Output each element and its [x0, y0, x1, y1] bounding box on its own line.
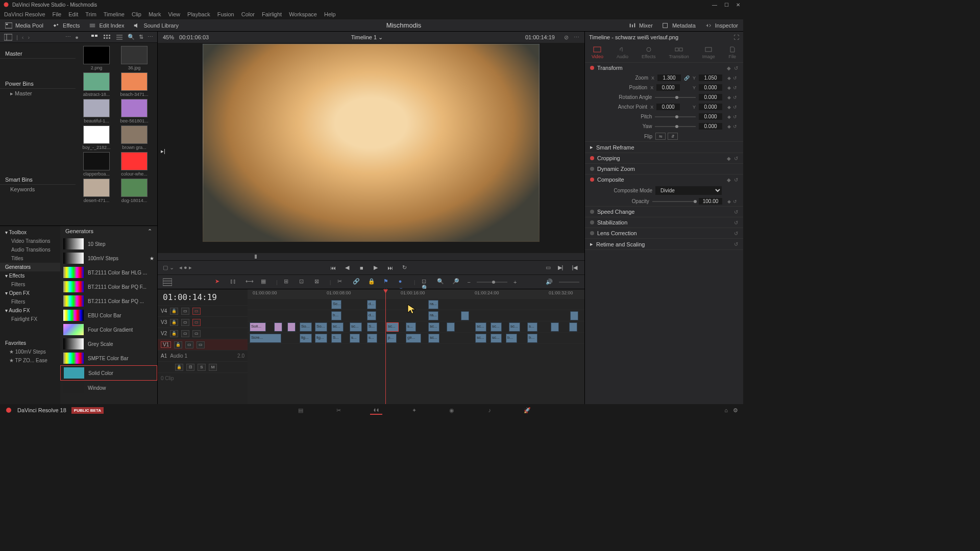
- yaw-slider[interactable]: [655, 126, 696, 127]
- fx-tree-item[interactable]: ▾ Toolbox: [0, 228, 60, 237]
- opacity-input[interactable]: [699, 198, 722, 205]
- options-icon[interactable]: ⋯: [65, 34, 71, 40]
- transform-header[interactable]: Transform ◆↺: [585, 63, 743, 73]
- track-v4[interactable]: V4 🔒 ▭ ▭: [158, 305, 248, 316]
- page-color[interactable]: ◉: [446, 406, 458, 415]
- favorite-item[interactable]: ★ TP ZO... Ease: [0, 356, 60, 365]
- speed-header[interactable]: Speed Change↺: [585, 207, 743, 217]
- stabilization-header[interactable]: Stabilization↺: [585, 217, 743, 228]
- volume-slider[interactable]: [559, 282, 579, 283]
- rotation-slider[interactable]: [655, 97, 696, 98]
- zoom-level[interactable]: 45%: [163, 34, 174, 40]
- thumbnail[interactable]: desert-471...: [79, 179, 114, 203]
- cropping-header[interactable]: Cropping◆↺: [585, 153, 743, 163]
- list-view-icon[interactable]: [115, 34, 124, 41]
- menu-davinci[interactable]: DaVinci Resolve: [4, 11, 45, 17]
- favorite-item[interactable]: ★ 100mV Steps: [0, 347, 60, 356]
- bin-powerbins-master[interactable]: ▸ Master: [0, 89, 76, 98]
- composite-mode-select[interactable]: Divide: [655, 186, 722, 195]
- zoom-in-icon[interactable]: +: [513, 279, 517, 285]
- keyframe-icon[interactable]: ◆: [727, 65, 731, 71]
- thumbnail[interactable]: abstract-18...: [79, 72, 114, 97]
- link-icon[interactable]: 🔗: [684, 76, 690, 81]
- blade-tool[interactable]: ▦: [261, 278, 270, 286]
- last-frame-button[interactable]: ⏭: [385, 264, 395, 272]
- fx-tree-item[interactable]: ▾ Open FX: [0, 289, 60, 297]
- page-fairlight[interactable]: ♪: [483, 406, 496, 415]
- generator-item[interactable]: Window: [60, 381, 157, 395]
- razor-icon[interactable]: ✂: [337, 278, 347, 286]
- timeline-ruler[interactable]: 01:00:00:00 01:00:08:00 01:00:16:00 01:0…: [248, 289, 584, 298]
- nav-back-icon[interactable]: ‹: [22, 34, 24, 40]
- timeline-track-v3[interactable]: b... d... ra...: [248, 310, 584, 321]
- generator-item[interactable]: BT.2111 Color Bar PQ F...: [60, 280, 157, 294]
- overwrite-tool[interactable]: ⊡: [299, 278, 308, 286]
- overlay-dropdown[interactable]: ▢ ⌄: [163, 264, 174, 271]
- step-back-button[interactable]: ◀: [342, 264, 352, 272]
- custom-zoom-icon[interactable]: 🔎: [452, 278, 461, 286]
- generator-item[interactable]: EBU Color Bar: [60, 308, 157, 322]
- maximize-button[interactable]: ☐: [724, 2, 729, 8]
- flag-tool[interactable]: ⚑ ⌄: [383, 278, 393, 286]
- reset-icon[interactable]: ↺: [734, 65, 738, 71]
- viewer[interactable]: ▸|: [158, 43, 584, 253]
- timeline-body[interactable]: 01:00:00:00 01:00:08:00 01:00:16:00 01:0…: [248, 289, 584, 404]
- menu-trim[interactable]: Trim: [85, 11, 96, 17]
- zoom-x-input[interactable]: [657, 74, 681, 81]
- generator-item[interactable]: 10 Step: [60, 237, 157, 251]
- dynamic-zoom-header[interactable]: Dynamic Zoom: [585, 164, 743, 174]
- settings-icon[interactable]: ⚙: [733, 407, 738, 414]
- tab-audio[interactable]: Audio: [617, 46, 628, 59]
- record-icon[interactable]: ●: [75, 34, 79, 40]
- bin-smartbins[interactable]: Smart Bins: [0, 175, 76, 185]
- page-cut[interactable]: ✂: [332, 406, 345, 415]
- menu-fusion[interactable]: Fusion: [217, 11, 234, 17]
- track-v1[interactable]: V1 🔒▭▭: [158, 339, 248, 350]
- zoom-fit-icon[interactable]: ⊡🔍: [422, 278, 431, 286]
- solo-button[interactable]: S: [198, 364, 206, 371]
- tab-effects[interactable]: Effects: [642, 46, 655, 59]
- opacity-slider[interactable]: .param-slider[data-name="opacity-slider"…: [652, 201, 696, 202]
- fx-tree-item[interactable]: ▾ Effects: [0, 271, 60, 280]
- collapse-icon[interactable]: ⌃: [148, 228, 152, 235]
- nav-fwd-icon[interactable]: ›: [28, 34, 30, 40]
- flip-v-button[interactable]: ⇵: [668, 133, 678, 140]
- zoom-y-input[interactable]: [699, 74, 722, 81]
- fx-tree-item[interactable]: Titles: [0, 254, 60, 263]
- thumbnail[interactable]: 2.png: [79, 46, 114, 70]
- generator-item[interactable]: SMPTE Color Bar: [60, 351, 157, 365]
- panel-layout-icon[interactable]: [4, 34, 12, 41]
- thumbnail[interactable]: colour-whe...: [116, 152, 152, 177]
- menu-fairlight[interactable]: Fairlight: [262, 11, 282, 17]
- zoom-out-icon[interactable]: −: [468, 279, 471, 285]
- pitch-input[interactable]: [699, 113, 722, 120]
- timeline-track-v1[interactable]: Scre... lig... lig... S... s... s... p..…: [248, 332, 584, 343]
- menu-edit[interactable]: Edit: [68, 11, 78, 17]
- grid-view-icon[interactable]: [103, 34, 111, 41]
- fx-tree-item[interactable]: Filters: [0, 280, 60, 289]
- menu-mark[interactable]: Mark: [149, 11, 161, 17]
- composite-header[interactable]: Composite◆↺: [585, 174, 743, 185]
- rotation-input[interactable]: [699, 94, 722, 101]
- bypass-icon[interactable]: ⊘: [564, 34, 569, 41]
- home-icon[interactable]: ⌂: [724, 407, 728, 413]
- thumbnail[interactable]: beautiful-1...: [79, 99, 114, 123]
- bin-master[interactable]: Master: [0, 49, 76, 59]
- favorites-header[interactable]: Favorites: [0, 339, 60, 347]
- page-edit[interactable]: ⫞⫞: [370, 406, 382, 415]
- prev-edit-icon[interactable]: ◂ ● ▸: [179, 264, 192, 271]
- insert-tool[interactable]: ⊞: [284, 278, 293, 286]
- menu-clip[interactable]: Clip: [132, 11, 141, 17]
- sort-icon[interactable]: ⇅: [139, 34, 143, 40]
- menu-timeline[interactable]: Timeline: [104, 11, 125, 17]
- bin-powerbins[interactable]: Power Bins: [0, 79, 76, 89]
- thumbnail[interactable]: beach-3471...: [116, 72, 152, 97]
- timeline-track-v2[interactable]: Soli... So... So... sc... sc... S... sc.…: [248, 321, 584, 332]
- expand-icon[interactable]: ⛶: [733, 34, 739, 40]
- flip-h-button[interactable]: ⇋: [655, 133, 666, 140]
- pitch-slider[interactable]: [655, 116, 696, 117]
- menu-view[interactable]: View: [168, 11, 180, 17]
- inspector-toggle[interactable]: Inspector: [705, 22, 738, 29]
- page-media[interactable]: ▤: [295, 406, 307, 415]
- timeline-name[interactable]: Timeline 1 ⌄: [214, 34, 520, 41]
